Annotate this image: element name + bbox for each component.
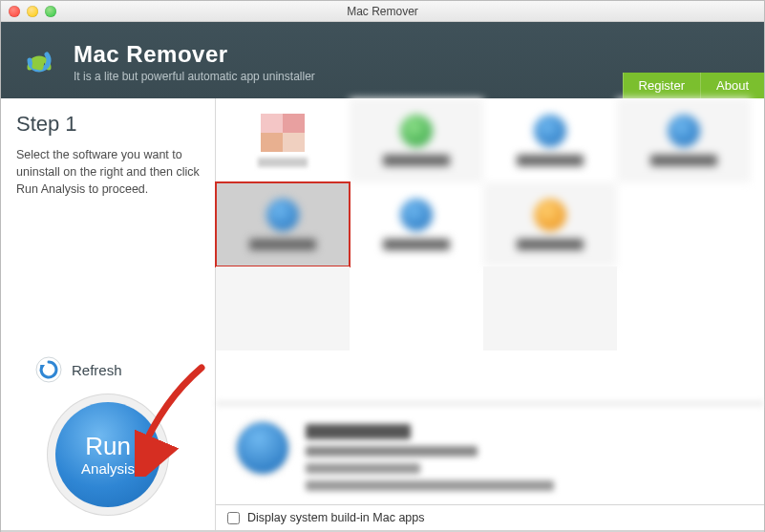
- app-grid: [216, 98, 764, 351]
- window-controls: [9, 6, 56, 17]
- run-analysis-line2: Analysis: [81, 460, 135, 477]
- app-cell[interactable]: [216, 98, 350, 182]
- window-title: Mac Remover: [1, 5, 764, 18]
- about-button[interactable]: About: [700, 73, 764, 98]
- app-cell[interactable]: [483, 98, 617, 182]
- run-analysis-button[interactable]: Run Analysis: [55, 402, 160, 507]
- app-thumb-icon: [534, 199, 566, 231]
- refresh-button[interactable]: Refresh: [1, 356, 215, 383]
- app-cell-empty: [617, 266, 751, 351]
- app-thumb-icon: [400, 115, 433, 147]
- app-cell[interactable]: [483, 182, 617, 266]
- app-label: [517, 155, 584, 166]
- app-cell-selected[interactable]: [216, 182, 350, 266]
- detail-lines: [306, 424, 554, 491]
- display-system-apps-checkbox[interactable]: [227, 512, 240, 524]
- close-window-button[interactable]: [9, 6, 20, 17]
- display-system-apps-label: Display system build-in Mac apps: [247, 511, 425, 524]
- detail-publisher: [306, 446, 478, 457]
- app-label: [650, 155, 717, 166]
- detail-install-date: [306, 480, 554, 491]
- brand-text: Mac Remover It is a lite but powerful au…: [74, 37, 315, 83]
- footer-bar: Display system build-in Mac apps: [216, 504, 764, 530]
- app-label: [383, 239, 450, 250]
- body: Step 1 Select the software you want to u…: [1, 98, 764, 530]
- app-cell-empty: [483, 266, 617, 351]
- detail-app-icon: [237, 422, 288, 474]
- step-box: Step 1 Select the software you want to u…: [1, 98, 215, 211]
- app-cell[interactable]: [350, 182, 483, 266]
- sidebar-spacer: [1, 211, 215, 356]
- app-label: [249, 239, 316, 250]
- app-label: [517, 239, 584, 250]
- brand-subtitle: It is a lite but powerful automatic app …: [74, 70, 315, 83]
- refresh-icon: [35, 356, 62, 383]
- app-cell[interactable]: [617, 98, 751, 182]
- minimize-window-button[interactable]: [27, 6, 38, 17]
- sidebar: Step 1 Select the software you want to u…: [1, 98, 216, 530]
- app-thumb-icon: [400, 199, 433, 231]
- main-panel: Display system build-in Mac apps: [216, 98, 764, 530]
- app-thumb-icon: [261, 114, 305, 152]
- app-cell-empty: [350, 266, 483, 351]
- app-label: [258, 158, 308, 167]
- app-thumb-icon: [534, 115, 566, 147]
- app-cell[interactable]: [350, 98, 483, 182]
- app-header: Mac Remover It is a lite but powerful au…: [1, 22, 764, 98]
- app-thumb-icon: [668, 115, 700, 147]
- app-detail-panel: [216, 402, 764, 504]
- app-cell-empty: [216, 266, 350, 351]
- brand-title: Mac Remover: [74, 41, 315, 68]
- header-buttons: Register About: [623, 73, 764, 98]
- refresh-label: Refresh: [72, 362, 122, 378]
- app-window: Mac Remover Mac Remover It is a lite but…: [0, 0, 765, 532]
- zoom-window-button[interactable]: [45, 6, 56, 17]
- app-thumb-icon: [266, 199, 299, 231]
- app-label: [383, 155, 450, 166]
- app-logo-icon: [18, 39, 60, 81]
- step-description: Select the software you want to uninstal…: [16, 146, 200, 198]
- detail-app-name: [306, 424, 411, 439]
- detail-version: [306, 463, 420, 474]
- titlebar: Mac Remover: [1, 1, 764, 22]
- run-analysis-line1: Run: [85, 434, 131, 458]
- run-analysis-wrap: Run Analysis: [1, 402, 215, 530]
- app-cell-empty: [617, 182, 751, 266]
- step-title: Step 1: [16, 112, 200, 137]
- register-button[interactable]: Register: [623, 73, 700, 98]
